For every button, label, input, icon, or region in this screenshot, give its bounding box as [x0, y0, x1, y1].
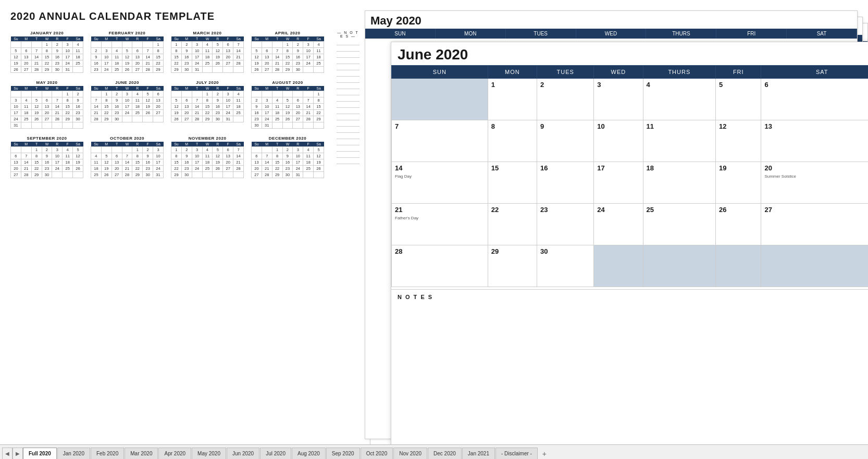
- tab-feb-2020[interactable]: Feb 2020: [91, 448, 124, 459]
- tab-nov-2020[interactable]: Nov 2020: [393, 448, 427, 459]
- mini-cal-cell: 22: [63, 110, 73, 116]
- mini-cal-cell: 12: [213, 153, 223, 159]
- mini-cal-title: NOVEMBER 2020: [171, 136, 244, 141]
- mini-cal-cell: 10: [303, 48, 314, 54]
- mini-cal-cell: 14: [52, 104, 63, 110]
- mini-cal-cell: 22: [31, 166, 42, 172]
- tab-jul-2020[interactable]: Jul 2020: [260, 448, 291, 459]
- mini-cal-cell: [73, 67, 83, 73]
- mini-cal-title: MAY 2020: [10, 80, 83, 85]
- mini-cal-cell: [303, 91, 314, 97]
- mini-cal-cell: 28: [233, 166, 244, 172]
- mini-cal-cell: [11, 91, 21, 97]
- mini-cal-cell: 6: [42, 97, 52, 104]
- mini-cal-cell: 13: [153, 97, 164, 104]
- mini-cal-cell: 18: [202, 54, 213, 60]
- tab-sep-2020[interactable]: Sep 2020: [326, 448, 360, 459]
- tab-dec-2020[interactable]: Dec 2020: [428, 448, 462, 459]
- mini-cal-table: SuMTWRFSa1234567891011121314151617181920…: [10, 36, 83, 73]
- mini-cal-cell: 31: [63, 67, 73, 73]
- tab-jan-2021[interactable]: Jan 2021: [462, 448, 495, 459]
- mini-cal-cell: 30: [42, 172, 52, 178]
- tab-prev-arrow[interactable]: ◀: [2, 448, 13, 459]
- mini-cal-cell: 8: [101, 97, 111, 104]
- mini-cal-table: SuMTWRFSa1234567891011121314151617181920…: [251, 142, 324, 178]
- mini-cal-cell: [282, 91, 293, 97]
- mini-cal-table: SuMTWRFSa1234567891011121314151617181920…: [171, 36, 244, 73]
- mini-cal-cell: 1: [282, 42, 293, 48]
- tab-jun-2020[interactable]: Jun 2020: [227, 448, 259, 459]
- mini-cal-cell: 11: [132, 97, 143, 104]
- notes-line: [337, 158, 359, 164]
- mini-cal-cell: 20: [293, 110, 303, 116]
- mini-cal-cell: 4: [21, 97, 31, 104]
- mini-cal-cell: 10: [262, 104, 272, 110]
- mini-cal-title: APRIL 2020: [251, 31, 324, 35]
- mini-cal-cell: 7: [143, 48, 153, 54]
- mini-cal-june-2020: JUNE 2020SuMTWRFSa1234567891011121314151…: [91, 80, 164, 129]
- mini-cal-cell: 1: [171, 42, 182, 48]
- mini-cal-cell: [293, 91, 303, 97]
- mini-cal-cell: 10: [192, 153, 202, 159]
- tab-next-arrow[interactable]: ▶: [13, 448, 23, 459]
- mini-cal-cell: 28: [272, 67, 282, 73]
- mini-cal-cell: 23: [73, 110, 83, 116]
- mini-cal-cell: 7: [52, 97, 63, 104]
- stacked-card-label: May 2020: [365, 11, 857, 29]
- mini-cal-cell: 1: [42, 42, 52, 48]
- mini-cal-cell: 16: [52, 54, 63, 60]
- mini-cal-cell: 10: [101, 54, 111, 60]
- mini-cal-september-2020: SEPTEMBER 2020SuMTWRFSa12345678910111213…: [10, 136, 83, 178]
- mini-cal-cell: 19: [143, 104, 153, 110]
- tab---disclaimer--[interactable]: - Disclaimer -: [495, 448, 538, 459]
- mini-cal-cell: 9: [73, 97, 83, 104]
- mini-cal-cell: [171, 91, 182, 97]
- mini-cal-cell: 21: [52, 110, 63, 116]
- notes-line: [337, 70, 359, 77]
- mini-cal-cell: [132, 116, 143, 122]
- tab-full-2020[interactable]: Full 2020: [23, 448, 57, 459]
- mini-cal-cell: 6: [132, 48, 143, 54]
- mini-cal-cell: 30: [181, 67, 192, 73]
- mini-cal-cell: [21, 122, 31, 129]
- mini-cal-cell: 3: [223, 91, 233, 97]
- tab-mar-2020[interactable]: Mar 2020: [125, 448, 158, 459]
- june-body-cell: 27: [761, 204, 868, 245]
- mini-cal-cell: [91, 91, 102, 97]
- holiday-label: Father's Day: [395, 216, 485, 220]
- mini-cal-cell: 30: [213, 116, 223, 122]
- mini-cal-cell: 22: [101, 110, 111, 116]
- tab-jan-2020[interactable]: Jan 2020: [57, 448, 90, 459]
- mini-cal-cell: [21, 42, 31, 48]
- june-body-cell: 19: [716, 162, 761, 204]
- mini-cal-cell: 4: [91, 153, 102, 159]
- mini-cal-cell: 14: [303, 104, 314, 110]
- mini-cal-cell: [202, 67, 213, 73]
- mini-cal-row: 16171819202122: [252, 110, 324, 116]
- mini-cal-january-2020: JANUARY 2020SuMTWRFSa1234567891011121314…: [10, 31, 83, 73]
- june-card: June 2020 SUNMONTUESWEDTHURSFRISAT 12345…: [391, 42, 868, 444]
- mini-cal-november-2020: NOVEMBER 2020SuMTWRFSa123456789101112131…: [171, 136, 244, 178]
- tab-apr-2020[interactable]: Apr 2020: [158, 448, 191, 459]
- mini-cal-cell: 17: [63, 54, 73, 60]
- mini-cal-cell: 22: [282, 60, 293, 67]
- tab-may-2020[interactable]: May 2020: [192, 448, 226, 459]
- mini-cal-cell: 17: [101, 60, 111, 67]
- add-tab-button[interactable]: +: [539, 449, 550, 459]
- mini-cal-cell: 12: [11, 54, 21, 60]
- mini-cal-cell: 3: [11, 97, 21, 104]
- june-body-cell: 17: [594, 162, 643, 204]
- mini-cal-cell: 23: [143, 166, 153, 172]
- tab-aug-2020[interactable]: Aug 2020: [292, 448, 326, 459]
- mini-cal-row: 891011121314: [171, 48, 244, 54]
- notes-line: [337, 64, 359, 70]
- tab-oct-2020[interactable]: Oct 2020: [361, 448, 393, 459]
- mini-cal-cell: 26: [282, 116, 293, 122]
- mini-cal-cell: 24: [303, 60, 314, 67]
- mini-cal-cell: 9: [282, 153, 293, 159]
- june-card-title: June 2020: [391, 42, 868, 65]
- stacked-header-cell: MON: [436, 29, 506, 39]
- mini-cal-cell: 13: [223, 48, 233, 54]
- mini-cal-cell: 20: [42, 110, 52, 116]
- mini-cal-table: SuMTWRFSa1234567891011121314151617181920…: [91, 36, 164, 73]
